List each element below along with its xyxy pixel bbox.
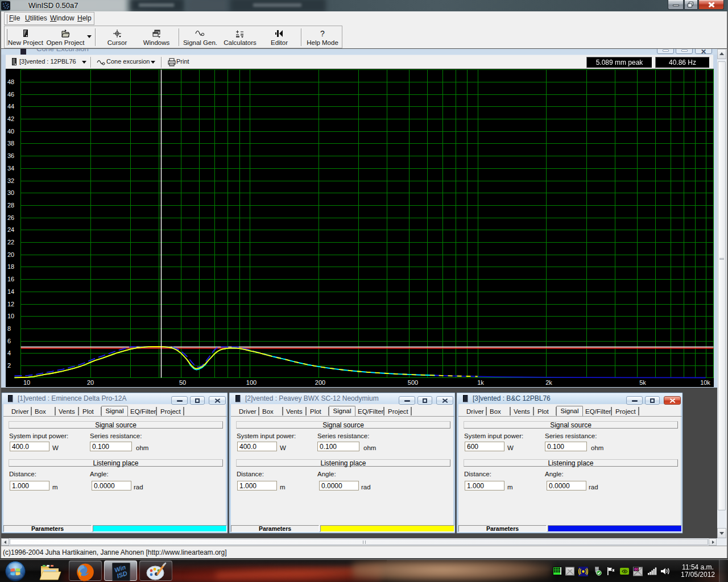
svg-text:60: 60 — [634, 567, 639, 571]
svg-text:22: 22 — [7, 239, 14, 246]
svg-text:12: 12 — [7, 301, 14, 307]
svg-text:38: 38 — [7, 140, 14, 147]
svg-text:20: 20 — [7, 251, 14, 258]
svg-text:18: 18 — [7, 263, 14, 270]
svg-text:2k: 2k — [545, 379, 552, 386]
svg-text:26: 26 — [7, 214, 14, 221]
svg-text:200: 200 — [315, 379, 325, 386]
svg-text:46: 46 — [7, 91, 14, 98]
svg-text:10: 10 — [7, 313, 14, 319]
svg-text:100: 100 — [246, 379, 257, 386]
svg-text:34: 34 — [7, 165, 14, 172]
svg-text:500: 500 — [408, 379, 418, 386]
svg-text:20: 20 — [87, 379, 94, 386]
svg-text:30: 30 — [7, 189, 14, 196]
svg-text:32: 32 — [7, 177, 14, 184]
svg-text:50: 50 — [179, 379, 186, 386]
svg-text:42: 42 — [7, 115, 14, 122]
svg-text:40: 40 — [7, 128, 14, 135]
svg-text:6: 6 — [7, 338, 11, 344]
svg-text:5k: 5k — [639, 379, 646, 386]
svg-text:4: 4 — [7, 350, 11, 356]
svg-text:10: 10 — [23, 379, 30, 386]
svg-text:2: 2 — [7, 362, 11, 369]
svg-text:44: 44 — [7, 103, 14, 110]
svg-text:16: 16 — [7, 276, 14, 282]
svg-text:28: 28 — [7, 202, 14, 209]
svg-text:24: 24 — [7, 226, 14, 233]
svg-text:14: 14 — [7, 288, 14, 295]
svg-text:8: 8 — [7, 325, 11, 332]
svg-text:48: 48 — [7, 78, 14, 85]
svg-text:?: ? — [320, 29, 325, 38]
svg-text:10k: 10k — [700, 379, 710, 386]
svg-text:1k: 1k — [477, 379, 484, 386]
svg-text:36: 36 — [7, 152, 14, 159]
